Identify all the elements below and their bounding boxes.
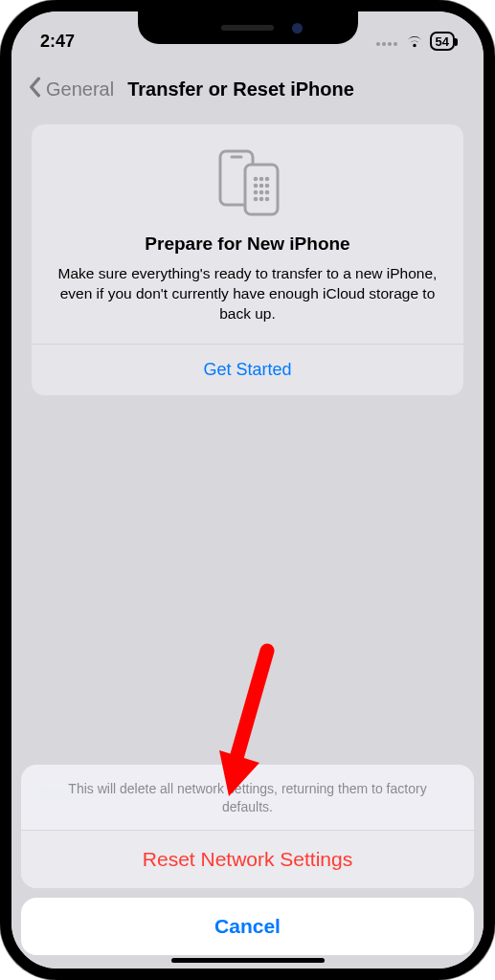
devices-transfer-icon bbox=[55, 147, 440, 216]
reset-network-settings-button[interactable]: Reset Network Settings bbox=[21, 830, 474, 888]
status-time: 2:47 bbox=[40, 32, 75, 52]
nav-bar: General Transfer or Reset iPhone bbox=[11, 71, 484, 116]
svg-rect-2 bbox=[245, 165, 278, 214]
prepare-card-text: Make sure everything's ready to transfer… bbox=[55, 264, 440, 324]
action-sheet-group: This will delete all network settings, r… bbox=[21, 765, 474, 888]
back-button[interactable]: General bbox=[27, 77, 114, 102]
page-title: Transfer or Reset iPhone bbox=[127, 78, 354, 100]
action-sheet: This will delete all network settings, r… bbox=[11, 765, 484, 969]
svg-point-5 bbox=[264, 177, 269, 182]
prepare-card: Prepare for New iPhone Make sure everyth… bbox=[31, 123, 464, 396]
cell-signal-dots-icon bbox=[376, 37, 397, 46]
chevron-left-icon bbox=[27, 77, 42, 102]
screen: General Transfer or Reset iPhone bbox=[11, 11, 484, 969]
cancel-button[interactable]: Cancel bbox=[21, 898, 474, 955]
svg-point-9 bbox=[253, 190, 258, 195]
battery-percent: 54 bbox=[436, 34, 449, 49]
svg-point-7 bbox=[259, 184, 263, 189]
svg-point-14 bbox=[264, 197, 269, 202]
notch bbox=[138, 11, 358, 44]
svg-point-3 bbox=[253, 177, 258, 182]
home-indicator[interactable] bbox=[171, 958, 325, 963]
back-label: General bbox=[46, 78, 114, 100]
action-sheet-description: This will delete all network settings, r… bbox=[21, 765, 474, 830]
get-started-button[interactable]: Get Started bbox=[32, 344, 463, 395]
battery-icon: 54 bbox=[430, 32, 455, 51]
front-camera bbox=[292, 23, 303, 33]
status-right: 54 bbox=[376, 32, 455, 51]
svg-point-4 bbox=[259, 177, 263, 182]
svg-point-11 bbox=[264, 190, 269, 195]
prepare-card-title: Prepare for New iPhone bbox=[55, 234, 440, 255]
svg-point-10 bbox=[259, 190, 263, 195]
wifi-icon bbox=[405, 34, 424, 48]
iphone-frame: 2:47 54 General Transfer or Reset iPhone bbox=[0, 0, 495, 980]
speaker-grille bbox=[221, 25, 274, 31]
prepare-card-body: Prepare for New iPhone Make sure everyth… bbox=[32, 124, 463, 344]
svg-point-12 bbox=[253, 197, 258, 202]
svg-point-6 bbox=[253, 184, 258, 189]
svg-point-13 bbox=[259, 197, 263, 202]
svg-point-8 bbox=[264, 184, 269, 189]
